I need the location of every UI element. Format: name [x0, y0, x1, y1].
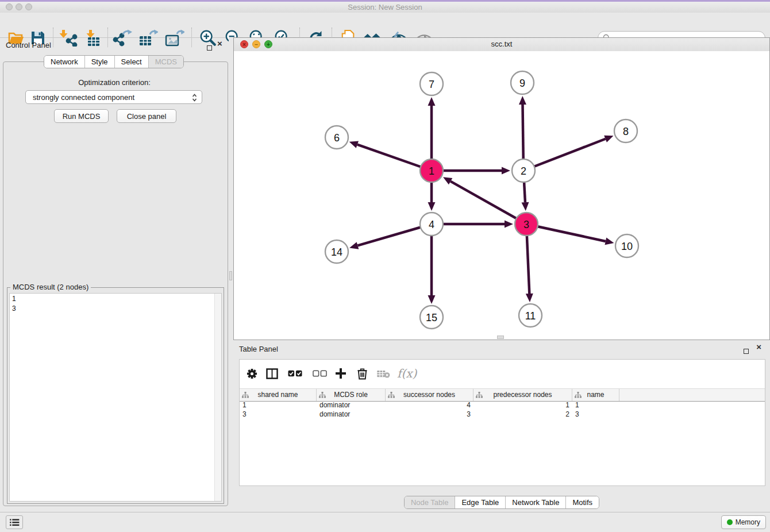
window-titlebar: Session: New Session	[0, 2, 770, 13]
add-column-icon[interactable]	[335, 365, 346, 381]
mcds-result-scrollbar[interactable]	[214, 294, 221, 501]
mcds-result-textarea[interactable]: 13	[9, 293, 222, 502]
table-cell[interactable]: 4	[386, 400, 473, 410]
edge-arrow-2-8	[604, 136, 613, 142]
column-hierarchy-icon	[476, 392, 483, 398]
delete-table-icon[interactable]	[377, 365, 390, 381]
column-header-predecessor-nodes[interactable]: predecessor nodes	[473, 389, 572, 401]
tab-motifs[interactable]: Motifs	[565, 496, 599, 508]
tab-mcds[interactable]: MCDS	[148, 56, 183, 68]
node-label-1: 1	[429, 165, 434, 177]
edge-arrow-4-3	[505, 221, 513, 228]
table-cell[interactable]: 1	[572, 400, 619, 410]
tab-edge-table[interactable]: Edge Table	[455, 496, 505, 508]
control-panel-tabs: NetworkStyleSelectMCDS	[44, 55, 184, 68]
toolbar-separator	[53, 28, 53, 47]
import-network-icon[interactable]	[57, 28, 78, 48]
tab-node-table[interactable]: Node Table	[405, 496, 455, 508]
main-toolbar	[0, 13, 770, 38]
export-network-icon[interactable]	[112, 28, 133, 48]
close-panel-button[interactable]: Close panel	[117, 109, 176, 123]
criterion-dropdown-value: strongly connected component	[33, 93, 134, 102]
application-window: Session: New Session	[0, 0, 770, 532]
table-cell[interactable]: 2	[473, 410, 572, 419]
column-header-label: name	[587, 391, 604, 399]
control-panel-title: Control Panel	[6, 41, 51, 49]
task-history-button[interactable]	[6, 515, 23, 529]
table-row[interactable]: 3dominator323	[240, 410, 765, 419]
table-panel-close-icon[interactable]: ×	[756, 344, 761, 350]
column-hierarchy-icon	[242, 392, 249, 398]
control-panel-close-icon[interactable]: ×	[217, 41, 222, 47]
column-header-mcds-role[interactable]: MCDS role	[317, 389, 386, 401]
tab-select[interactable]: Select	[114, 56, 148, 68]
mcds-result-line: 3	[12, 304, 213, 314]
column-header-shared-name[interactable]: shared name	[240, 389, 317, 401]
criterion-dropdown[interactable]: strongly connected component	[25, 90, 202, 104]
table-cell[interactable]: 3	[572, 410, 619, 419]
column-header-successor-nodes[interactable]: successor nodes	[386, 389, 473, 401]
delete-column-icon[interactable]	[357, 365, 368, 381]
mcds-result-group: MCDS result (2 nodes) 13	[7, 287, 224, 504]
run-mcds-button[interactable]: Run MCDS	[54, 109, 109, 123]
table-row[interactable]: 1dominator411	[240, 400, 765, 410]
network-view-frame: × – + scc.txt 7968124314101511	[233, 37, 770, 340]
mcds-result-group-title: MCDS result (2 nodes)	[10, 283, 91, 291]
edge-3-1[interactable]	[451, 182, 526, 224]
list-icon	[10, 519, 20, 526]
node-label-10: 10	[621, 241, 633, 252]
optimization-criterion-label: Optimization criterion:	[0, 78, 229, 87]
edge-arrow-1-7	[428, 97, 436, 106]
chevron-updown-icon	[192, 93, 197, 104]
deselect-all-icon[interactable]	[313, 365, 327, 381]
status-bar: Memory	[0, 512, 770, 532]
memory-status-dot	[727, 519, 733, 525]
edge-arrow-2-9	[519, 96, 526, 105]
horizontal-split-grip[interactable]	[497, 336, 504, 339]
table-cell[interactable]: 3	[240, 410, 317, 419]
column-header-label: successor nodes	[403, 391, 455, 399]
table-cell[interactable]: 1	[473, 400, 572, 410]
edge-arrow-1-4	[428, 202, 436, 211]
vertical-split-divider[interactable]	[229, 37, 233, 512]
table-panel-tab-bar: Node TableEdge TableNetwork TableMotifs	[233, 496, 770, 509]
memory-button[interactable]: Memory	[721, 515, 766, 529]
node-label-8: 8	[623, 126, 629, 137]
edge-arrow-4-14	[349, 242, 359, 249]
tab-network-table[interactable]: Network Table	[505, 496, 565, 508]
table-cell[interactable]: dominator	[317, 410, 386, 419]
edge-arrow-3-10	[605, 238, 614, 245]
export-image-icon[interactable]	[164, 28, 185, 48]
control-panel-float-icon[interactable]	[207, 43, 212, 53]
edge-arrow-1-6	[349, 141, 359, 148]
node-label-7: 7	[429, 79, 434, 90]
select-all-icon[interactable]	[288, 365, 302, 381]
table-panel-float-icon[interactable]	[744, 346, 749, 356]
apply-function-icon[interactable]: f(x)	[397, 365, 417, 381]
toggle-panes-icon[interactable]	[266, 365, 278, 381]
window-title: Session: New Session	[0, 3, 770, 11]
edge-arrow-3-11	[526, 294, 533, 302]
table-cell[interactable]: 3	[386, 410, 473, 419]
node-label-11: 11	[525, 310, 536, 322]
vertical-split-grip[interactable]	[229, 271, 232, 280]
tab-network[interactable]: Network	[44, 56, 84, 68]
mcds-result-line: 1	[12, 294, 213, 304]
node-label-3: 3	[523, 219, 529, 230]
tab-style[interactable]: Style	[84, 56, 114, 68]
table-panel-content: f(x) shared nameMCDS rolesuccessor nodes…	[239, 359, 765, 486]
table-cell[interactable]: 1	[240, 400, 317, 410]
network-canvas[interactable]: 7968124314101511	[234, 51, 769, 340]
table-header-row: shared nameMCDS rolesuccessor nodesprede…	[240, 388, 765, 402]
edge-arrow-2-3	[521, 202, 529, 211]
node-label-15: 15	[426, 312, 437, 323]
settings-gear-icon[interactable]	[247, 365, 257, 381]
toolbar-separator	[191, 28, 192, 47]
table-cell[interactable]: dominator	[317, 400, 386, 410]
column-header-name[interactable]: name	[572, 389, 619, 401]
network-view-titlebar[interactable]: × – + scc.txt	[234, 38, 769, 52]
export-table-icon[interactable]	[138, 28, 159, 48]
mcds-result-text: 13	[12, 294, 213, 501]
import-table-icon[interactable]	[83, 28, 103, 48]
edge-2-8[interactable]	[523, 139, 606, 171]
